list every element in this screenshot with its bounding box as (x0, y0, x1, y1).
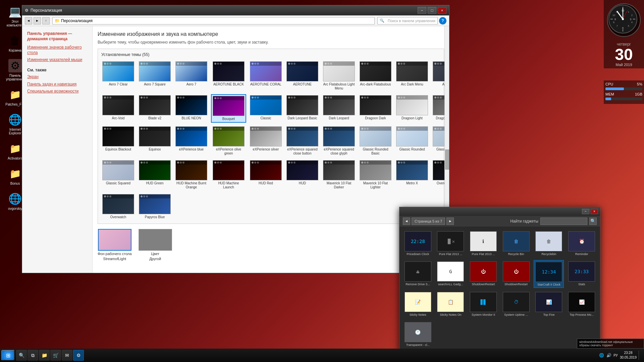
volume-tray-icon[interactable]: 🔊 (606, 353, 611, 358)
window-close-button[interactable]: × (438, 7, 446, 14)
gadget-item-pricedown[interactable]: 22:28Pricedown Clock (403, 230, 433, 257)
gadget-item-reminder[interactable]: ⏰Reminder (567, 230, 597, 257)
gadget-item-searchall[interactable]: GsearchALL Gadg... (436, 260, 466, 288)
search-box[interactable]: 🔍 Поиск в панели управления (377, 17, 438, 24)
theme-item-hud[interactable]: HUD (285, 159, 319, 190)
gadget-item-recyclebin2[interactable]: 🗑Recyclebin (534, 230, 564, 257)
nav-icons-link[interactable]: Изменение значков рабочего стола (27, 45, 87, 55)
gadget-item-shutdown1[interactable]: ⏻ShutdownRestart (468, 260, 498, 288)
gadget-close-button[interactable]: × (591, 209, 598, 214)
theme-item-glassic-rounded-basic[interactable]: Glassic Rounded Basic (359, 125, 392, 157)
address-bar[interactable]: 📁 Персонализация (52, 17, 375, 24)
gadget-label-sticky-on: Sticky Notes On (440, 313, 462, 317)
theme-item-metro-x[interactable]: Metro X (395, 159, 429, 190)
theme-item-hud-machine-burnt[interactable]: HUD Machine Burnt Orange (174, 159, 208, 190)
gadget-item-pureflat1[interactable]: ▐▌✕Pure Flat 2013 ... (436, 230, 466, 257)
gadget-item-uptime[interactable]: ⏱System Uptime ... (501, 291, 531, 318)
network-tray-icon[interactable]: 🌐 (599, 353, 604, 358)
theme-item-aero7[interactable]: Aero 7 (174, 60, 208, 92)
start-button[interactable]: ⊞ (1, 350, 15, 361)
theme-item-aero7clear[interactable]: Aero 7 Clear (101, 60, 135, 92)
theme-item-arc-dark-menu[interactable]: Arc Dark Menu (395, 60, 429, 92)
gadget-item-starcraft[interactable]: 12:34StarCraft II Clock (534, 260, 564, 288)
theme-item-experience-sq-btn[interactable]: eXPerience squared close button (285, 125, 319, 157)
theme-item-experience-blue[interactable]: eXPerience blue (174, 125, 208, 157)
wallpaper-label2: StreamofLight (103, 257, 126, 261)
svg-text:2: 2 (631, 14, 633, 16)
task-view-button[interactable]: ⧉ (28, 350, 38, 361)
window-minimize-button[interactable]: − (418, 7, 426, 14)
theme-item-hud-green[interactable]: HUD Green (138, 159, 172, 190)
back-button[interactable]: ◄ (25, 17, 32, 24)
theme-item-arc-void[interactable]: Arc-Void (101, 94, 135, 123)
theme-item-blade2[interactable]: Blade v2 (138, 94, 172, 123)
theme-item-dragoon-dark[interactable]: Dragoon Dark (359, 94, 392, 123)
theme-item-experience-olive[interactable]: eXPerience olive green (211, 125, 246, 157)
store-button[interactable]: 🛒 (50, 350, 61, 361)
theme-thumb-aero7 (175, 61, 207, 81)
theme-item-dark-leopard-basic[interactable]: Dark Leopard Basic (285, 94, 319, 123)
gadget-minimize-button[interactable]: − (582, 209, 589, 214)
gadget-search-button[interactable]: 🔍 (589, 218, 597, 225)
theme-item-bouquet[interactable]: Bouquet (211, 94, 246, 123)
language-indicator[interactable]: РУ (613, 354, 618, 357)
gadget-item-stats[interactable]: 23:33Stats (567, 260, 597, 288)
gadget-item-topprocess[interactable]: 📈Top Process Mo... (567, 291, 597, 318)
theme-item-maverick-lighter[interactable]: Maverick 10 Flat Lighter (359, 159, 392, 190)
forward-button[interactable]: ► (34, 17, 41, 24)
theme-item-arc-dark-flatabulous[interactable]: Arc-dark Flatabulous (359, 60, 392, 92)
gadget-next-button[interactable]: ► (446, 218, 454, 225)
gadget-item-pureflat2[interactable]: ℹPure Flat 2013 ... (468, 230, 498, 257)
gadget-prev-button[interactable]: ◄ (403, 218, 410, 225)
window-maximize-button[interactable]: □ (428, 7, 436, 14)
theme-item-hud-machine-launch[interactable]: HUD Machine Launch (211, 159, 246, 190)
theme-item-blue-neon[interactable]: BLUE NEON (174, 94, 208, 123)
gadget-item-shutdown2[interactable]: ⏻ShutdownRestart (501, 260, 531, 288)
theme-item-aerotune[interactable]: AEROTUNE (285, 60, 319, 92)
theme-item-classic[interactable]: Classic (249, 94, 283, 123)
personalization-taskbar-button[interactable]: ⚙ (73, 350, 84, 361)
theme-item-hud-red[interactable]: HUD Red (249, 159, 283, 190)
explorer-button[interactable]: 📁 (39, 350, 50, 361)
theme-item-aero7square[interactable]: Aero 7 Square (138, 60, 172, 92)
nav-cursor-link[interactable]: Изменение указателей мыши (27, 57, 87, 63)
gadget-item-recycle[interactable]: 🗑Recycle Bin (501, 230, 531, 257)
theme-item-maverick-darker[interactable]: Maverick 10 Flat Darker (322, 159, 356, 190)
scrollbar-thumb[interactable] (445, 149, 449, 170)
up-button[interactable]: ↑ (42, 17, 50, 24)
gadget-item-topfive[interactable]: 📊Top Five (534, 291, 564, 318)
gadget-search-input[interactable] (540, 218, 587, 225)
content-title: Изменение изображения и звука на компьют… (98, 31, 444, 37)
theme-item-experience-silver[interactable]: eXPerience silver (249, 125, 283, 157)
theme-item-arc-flatabulous-light[interactable]: Arc Flatabulous Light Menu (322, 60, 356, 92)
search-button[interactable]: 🔍 (16, 350, 27, 361)
help-button[interactable]: ? (439, 17, 446, 24)
gadget-item-sticky-notes[interactable]: 📝Sticky Notes (403, 291, 433, 318)
theme-item-dragoon-light[interactable]: Dragoon Light (395, 94, 429, 123)
theme-item-overwatch[interactable]: Overwatch (101, 193, 135, 220)
theme-item-equinox[interactable]: Equinox (138, 125, 172, 157)
gadget-item-transparent[interactable]: 🕐Transparent - cl... (403, 321, 433, 348)
theme-item-glassic-squared[interactable]: Glassic Squared (101, 159, 135, 190)
nav-home-link[interactable]: Панель управления — домашняя страница (27, 31, 87, 42)
theme-item-experience-sq-glyph[interactable]: eXPerience squared close glyph (322, 125, 356, 157)
mail-button[interactable]: ✉ (62, 350, 72, 361)
nav-taskbar-link[interactable]: Панель задач и навигация (27, 82, 87, 87)
nav-accessibility-link[interactable]: Специальные возможности (27, 89, 87, 94)
gadget-item-monitor[interactable]: ▊▊System Monitor II (468, 291, 498, 318)
nav-screen-link[interactable]: Экран (27, 74, 87, 80)
theme-item-glassic-rounded[interactable]: Glassic Rounded (395, 125, 429, 157)
theme-item-equinox-blackout[interactable]: Equinox Blackout (101, 125, 135, 157)
theme-item-dark-leopard[interactable]: Dark Leopard (322, 94, 356, 123)
color-item[interactable]: Цвет Другой (139, 229, 172, 261)
taskbar-clock[interactable]: 23:28 30.05.2019 (620, 351, 637, 360)
cpu-value: 5% (637, 82, 642, 86)
show-desktop-button[interactable] (639, 351, 640, 360)
theme-item-papyros-blue[interactable]: Papyros Blue (138, 193, 172, 220)
svg-text:1: 1 (628, 11, 629, 13)
gadget-item-sticky-on[interactable]: 📋Sticky Notes On (436, 291, 466, 318)
theme-item-aerotune-black[interactable]: AEROTUNE BLACK (211, 60, 246, 92)
gadget-item-removedrive[interactable]: ⏏Remove Drive S... (403, 260, 433, 288)
theme-item-aerotune-coral[interactable]: AEROTUNE CORAL (249, 60, 283, 92)
wallpaper-item[interactable]: Фон рабочего стола StreamofLight (98, 229, 132, 261)
